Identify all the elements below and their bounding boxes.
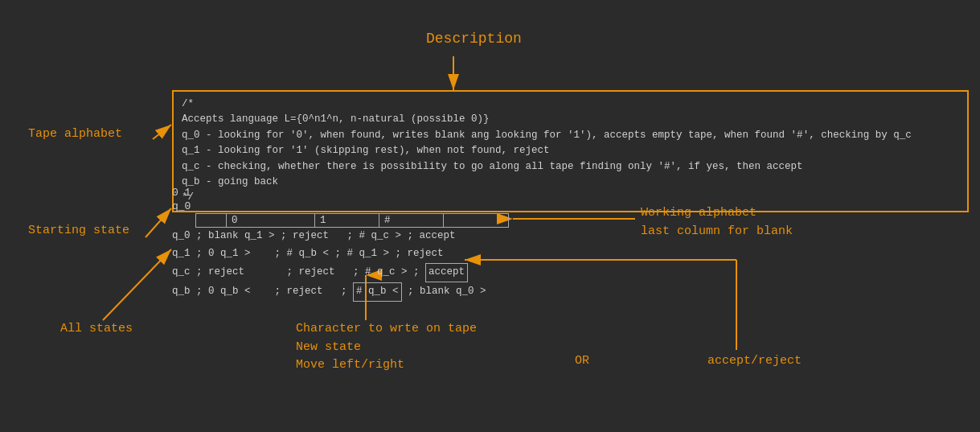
code-line-6: q_b - going back — [182, 175, 959, 190]
code-line-7: */ — [182, 190, 959, 205]
char-write-labels: Character to wrte on tape New state Move… — [296, 320, 477, 375]
th-col-state — [196, 214, 227, 227]
th-col-1: 1 — [315, 214, 379, 227]
main-container: Description /* Accepts language L={0^n1^… — [0, 0, 980, 432]
th-col-hash: # — [379, 214, 444, 227]
move-lr-label: Move left/right — [296, 356, 477, 375]
new-state-label: New state — [296, 339, 477, 357]
description-label: Description — [426, 31, 522, 47]
code-block: /* Accepts language L={0^n1^n, n-natural… — [172, 90, 969, 212]
working-alphabet-line1: Working alphabet — [641, 204, 793, 223]
th-col-blank — [444, 214, 508, 227]
all-states-label: All states — [60, 322, 133, 335]
th-col-0: 0 — [227, 214, 315, 227]
svg-line-5 — [146, 208, 171, 237]
initial-state-line: q_0 — [172, 200, 191, 212]
svg-line-4 — [153, 125, 171, 139]
table-row-qc: q_c ; reject ; reject ; # q_c > ; accept — [172, 263, 486, 282]
working-alphabet-line2: last column for blank — [641, 223, 793, 241]
code-line-3: q_0 - looking for '0', when found, write… — [182, 128, 959, 143]
starting-state-label: Starting state — [28, 224, 129, 237]
hash-qb-highlighted: # q_b < — [353, 282, 402, 302]
code-line-5: q_c - checking, whether there is possibi… — [182, 159, 959, 175]
table-body: q_0 ; blank q_1 > ; reject ; # q_c > ; a… — [172, 228, 486, 302]
qc-text: q_c ; reject ; reject ; # q_c > ; — [172, 264, 425, 282]
code-line-1: /* — [182, 97, 959, 112]
tape-alphabet-label: Tape alphabet — [28, 127, 122, 141]
or-label: OR — [575, 354, 589, 368]
working-alphabet-label: Working alphabet last column for blank — [641, 204, 793, 241]
code-line-2: Accepts language L={0^n1^n, n-natural (p… — [182, 112, 959, 127]
code-line-4: q_1 - looking for '1' (skipping rest), w… — [182, 143, 959, 158]
accept-highlighted: accept — [425, 263, 468, 282]
char-write-label: Character to wrte on tape — [296, 320, 477, 339]
qb-text2: ; blank q_0 > — [402, 283, 486, 301]
table-row-q1: q_1 ; 0 q_1 > ; # q_b < ; # q_1 > ; reje… — [172, 245, 486, 263]
svg-line-6 — [103, 249, 171, 320]
alphabet-line: 0 1 — [172, 187, 191, 199]
accept-reject-label: accept/reject — [707, 354, 802, 368]
qb-text: q_b ; 0 q_b < ; reject ; — [172, 283, 353, 301]
table-header: 0 1 # — [195, 213, 509, 228]
table-row-q0: q_0 ; blank q_1 > ; reject ; # q_c > ; a… — [172, 228, 486, 245]
table-row-qb: q_b ; 0 q_b < ; reject ; # q_b < ; blank… — [172, 282, 486, 302]
